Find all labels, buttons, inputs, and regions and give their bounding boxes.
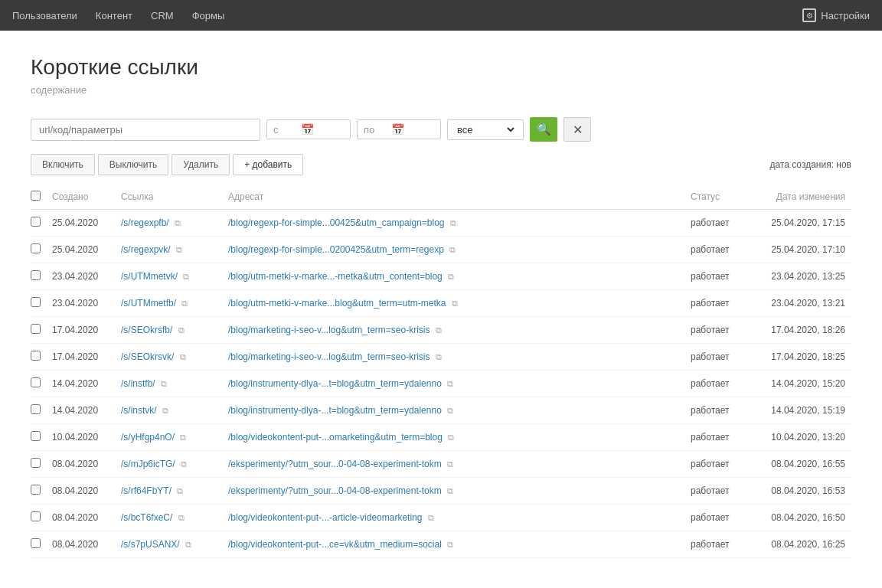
row-date: 10.04.2020	[52, 424, 121, 451]
row-dest-link[interactable]: /blog/videokontent-put-...-article-video…	[228, 512, 422, 523]
row-checkbox-cell	[31, 531, 52, 558]
copy-link-icon[interactable]: ⧉	[178, 325, 185, 335]
row-short-link[interactable]: /s/rf64FbYT/	[121, 485, 172, 496]
row-checkbox[interactable]	[31, 377, 41, 387]
copy-dest-icon[interactable]: ⧉	[449, 245, 456, 254]
row-dest-link[interactable]: /blog/utm-metki-v-marke...-metka&utm_con…	[228, 271, 443, 282]
calendar-from-icon[interactable]: 📅	[301, 123, 314, 136]
copy-link-icon[interactable]: ⧉	[161, 379, 167, 388]
nav-forms[interactable]: Формы	[192, 2, 225, 29]
copy-dest-icon[interactable]: ⧉	[447, 486, 453, 495]
row-short-link[interactable]: /s/regexpfb/	[121, 217, 169, 228]
row-short-link[interactable]: /s/bcT6fxeC/	[121, 512, 172, 523]
nav-content[interactable]: Контент	[96, 2, 132, 29]
row-status: работает	[691, 344, 752, 371]
row-checkbox[interactable]	[31, 270, 41, 280]
copy-link-icon[interactable]: ⧉	[185, 540, 191, 549]
copy-dest-icon[interactable]: ⧉	[450, 218, 456, 227]
date-to-input[interactable]	[364, 124, 387, 136]
row-link-cell: /s/instvk/ ⧉	[121, 397, 228, 424]
row-checkbox[interactable]	[31, 351, 41, 361]
row-checkbox[interactable]	[31, 297, 41, 307]
copy-link-icon[interactable]: ⧉	[176, 245, 182, 254]
row-checkbox[interactable]	[31, 324, 41, 334]
row-short-link[interactable]: /s/instfb/	[121, 378, 155, 389]
disable-button[interactable]: Выключить	[98, 154, 168, 175]
row-dest-link[interactable]: /blog/regexp-for-simple...00425&utm_camp…	[228, 217, 445, 228]
row-short-link[interactable]: /s/UTMmetfb/	[121, 298, 176, 309]
row-link-cell: /s/SEOkrsfb/ ⧉	[121, 317, 228, 344]
row-checkbox-cell	[31, 210, 52, 237]
row-checkbox-cell	[31, 317, 52, 344]
copy-dest-icon[interactable]: ⧉	[447, 379, 453, 388]
row-checkbox[interactable]	[31, 404, 41, 414]
search-button[interactable]: 🔍	[530, 117, 557, 142]
nav-crm[interactable]: CRM	[151, 2, 174, 29]
copy-dest-icon[interactable]: ⧉	[436, 325, 442, 335]
row-checkbox[interactable]	[31, 485, 41, 495]
nav-users[interactable]: Пользователи	[12, 2, 77, 29]
row-checkbox[interactable]	[31, 243, 41, 253]
row-short-link[interactable]: /s/SEOkrsfb/	[121, 325, 172, 335]
copy-dest-icon[interactable]: ⧉	[448, 433, 454, 442]
copy-link-icon[interactable]: ⧉	[180, 352, 186, 361]
row-checkbox[interactable]	[31, 538, 41, 548]
copy-link-icon[interactable]: ⧉	[162, 406, 168, 415]
copy-link-icon[interactable]: ⧉	[181, 459, 187, 469]
add-button[interactable]: + добавить	[233, 154, 303, 175]
row-dest-cell: /blog/marketing-i-seo-v...log&utm_term=s…	[228, 344, 691, 371]
row-dest-cell: /blog/videokontent-put-...omarketing&utm…	[228, 424, 691, 451]
copy-dest-icon[interactable]: ⧉	[436, 352, 442, 361]
row-short-link[interactable]: /s/yHfgp4nO/	[121, 432, 175, 443]
clear-button[interactable]: ✕	[564, 117, 591, 142]
row-dest-link[interactable]: /blog/marketing-i-seo-v...log&utm_term=s…	[228, 325, 430, 335]
row-checkbox-cell	[31, 263, 52, 290]
row-checkbox[interactable]	[31, 458, 41, 468]
row-dest-link[interactable]: /blog/utm-metki-v-marke...blog&utm_term=…	[228, 298, 446, 309]
row-short-link[interactable]: /s/SEOkrsvk/	[121, 351, 174, 362]
row-checkbox[interactable]	[31, 511, 41, 521]
row-dest-link[interactable]: /eksperimenty/?utm_sour...0-04-08-experi…	[228, 485, 442, 496]
copy-dest-icon[interactable]: ⧉	[428, 513, 434, 522]
copy-link-icon[interactable]: ⧉	[178, 513, 185, 522]
select-all-checkbox[interactable]	[31, 191, 41, 201]
row-dest-link[interactable]: /blog/regexp-for-simple...0200425&utm_te…	[228, 244, 444, 255]
status-select[interactable]: все работает выключен	[454, 123, 517, 136]
copy-dest-icon[interactable]: ⧉	[448, 272, 454, 281]
copy-link-icon[interactable]: ⧉	[183, 272, 189, 281]
settings-link[interactable]: ⚙ Настройки	[802, 8, 870, 22]
row-dest-link[interactable]: /blog/instrumenty-dlya-...t=blog&utm_ter…	[228, 405, 442, 416]
copy-dest-icon[interactable]: ⧉	[452, 299, 458, 308]
row-status: работает	[691, 371, 752, 397]
row-changed: 08.04.2020, 16:55	[752, 451, 851, 478]
row-short-link[interactable]: /s/mJp6icTG/	[121, 459, 175, 469]
copy-link-icon[interactable]: ⧉	[175, 218, 181, 227]
search-input[interactable]	[31, 119, 260, 141]
row-dest-link[interactable]: /blog/videokontent-put-...omarketing&utm…	[228, 432, 443, 443]
row-checkbox[interactable]	[31, 431, 41, 441]
row-changed: 10.04.2020, 13:20	[752, 424, 851, 451]
row-dest-link[interactable]: /blog/instrumenty-dlya-...t=blog&utm_ter…	[228, 378, 442, 389]
row-short-link[interactable]: /s/regexpvk/	[121, 244, 171, 255]
copy-dest-icon[interactable]: ⧉	[447, 540, 453, 549]
row-short-link[interactable]: /s/UTMmetvk/	[121, 271, 178, 282]
row-checkbox[interactable]	[31, 217, 41, 227]
filter-row: 📅 📅 все работает выключен 🔍 ✕	[31, 117, 851, 142]
enable-button[interactable]: Включить	[31, 154, 95, 175]
row-date: 14.04.2020	[52, 371, 121, 397]
row-dest-link[interactable]: /blog/marketing-i-seo-v...log&utm_term=s…	[228, 351, 430, 362]
copy-dest-icon[interactable]: ⧉	[447, 406, 453, 415]
date-from-input[interactable]	[273, 124, 296, 136]
delete-button[interactable]: Удалить	[172, 154, 230, 175]
row-dest-link[interactable]: /eksperimenty/?utm_sour...0-04-08-experi…	[228, 459, 442, 469]
row-status: работает	[691, 478, 752, 505]
calendar-to-icon[interactable]: 📅	[391, 123, 404, 136]
copy-dest-icon[interactable]: ⧉	[447, 459, 453, 469]
copy-link-icon[interactable]: ⧉	[181, 299, 188, 308]
row-dest-link[interactable]: /blog/videokontent-put-...ce=vk&utm_medi…	[228, 539, 442, 550]
copy-link-icon[interactable]: ⧉	[177, 486, 183, 495]
row-short-link[interactable]: /s/instvk/	[121, 405, 157, 416]
sort-label[interactable]: дата создания: нов	[769, 159, 851, 170]
row-short-link[interactable]: /s/s7pUSANX/	[121, 539, 180, 550]
copy-link-icon[interactable]: ⧉	[180, 433, 186, 442]
